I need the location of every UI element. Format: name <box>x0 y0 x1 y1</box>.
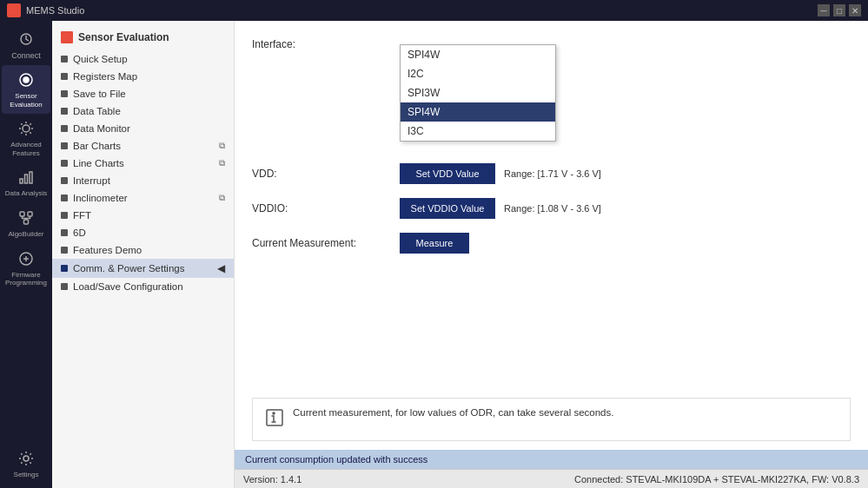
external-link-icon: ⧉ <box>219 193 225 203</box>
sidebar-item-6d[interactable]: 6D <box>52 224 234 241</box>
svg-rect-8 <box>28 212 32 216</box>
bullet-icon <box>61 73 68 80</box>
vdd-range: Range: [1.71 V - 3.6 V] <box>504 168 601 179</box>
status-bar: Current consumption updated with success <box>235 450 868 469</box>
sidebar-item-firmware-programming[interactable]: Firmware Programming <box>2 244 50 293</box>
bullet-icon <box>61 160 68 167</box>
bullet-icon <box>61 177 68 184</box>
minimize-button[interactable]: ─ <box>818 4 830 16</box>
svg-point-2 <box>23 77 29 82</box>
dropdown-option-spi3w[interactable]: SPI3W <box>401 83 555 102</box>
sidebar-item-load-save[interactable]: Load/Save Configuration <box>52 278 234 295</box>
sidebar-item-settings[interactable]: Settings <box>2 444 50 485</box>
vddio-range: Range: [1.08 V - 3.6 V] <box>504 203 601 214</box>
info-icon <box>265 408 284 432</box>
dropdown-option-spi4w-2[interactable]: SPI4W <box>401 102 555 122</box>
current-meas-label: Current Measurement: <box>252 237 391 249</box>
external-link-icon: ⧉ <box>219 141 225 151</box>
external-link-icon: ⧉ <box>219 158 225 168</box>
bottom-bar: Version: 1.4.1 Connected: STEVAL-MKI109D… <box>235 469 868 488</box>
connect-icon <box>17 30 36 49</box>
sidebar-item-registers-map[interactable]: Registers Map <box>52 68 234 85</box>
sidebar-item-save-to-file[interactable]: Save to File <box>52 85 234 102</box>
sidebar-header: Sensor Evaluation <box>52 28 234 50</box>
close-button[interactable]: ✕ <box>849 4 861 16</box>
arrow-icon: ◀ <box>217 262 225 274</box>
left-nav: Connect Sensor Evaluation Advanced Featu… <box>0 21 52 488</box>
svg-point-13 <box>273 412 275 414</box>
bullet-icon <box>61 247 68 254</box>
version-label: Version: 1.4.1 <box>243 474 301 485</box>
sidebar-item-connect[interactable]: Connect <box>2 24 50 65</box>
sidebar-item-interrupt[interactable]: Interrupt <box>52 172 234 189</box>
settings-icon <box>17 449 36 468</box>
dropdown-option-i2c[interactable]: I2C <box>401 64 555 83</box>
vdd-label: VDD: <box>252 168 391 180</box>
status-message: Current consumption updated with success <box>245 454 427 465</box>
algo-builder-icon <box>17 208 36 228</box>
vddio-row: VDDIO: Set VDDIO Value Range: [1.08 V - … <box>252 198 851 219</box>
bullet-icon <box>61 125 68 132</box>
sidebar-item-quick-setup[interactable]: Quick Setup <box>52 50 234 68</box>
sidebar-item-advanced-features[interactable]: Advanced Features <box>2 114 50 162</box>
interface-row: Interface: SPI4W I2C SPI3W SPI4W I3C ▼ <box>252 38 851 50</box>
sidebar-item-comm-power[interactable]: Comm. & Power Settings ◀ <box>52 259 234 278</box>
sidebar-header-icon <box>61 31 73 43</box>
bullet-icon <box>61 195 68 201</box>
sensor-evaluation-icon <box>17 70 36 89</box>
dropdown-option-i3c[interactable]: I3C <box>401 122 555 141</box>
current-measurement-row: Current Measurement: Measure <box>252 233 851 254</box>
bullet-icon <box>61 108 68 115</box>
bullet-icon <box>61 229 68 236</box>
sidebar-item-algo-builder[interactable]: AlgoBuilder <box>2 203 50 244</box>
sidebar-item-inclinometer[interactable]: Inclinometer ⧉ <box>52 189 234 207</box>
sidebar-item-data-analysis[interactable]: Data Analysis <box>2 162 50 203</box>
app-logo <box>7 3 21 17</box>
svg-point-11 <box>23 456 29 461</box>
sidebar-item-line-charts[interactable]: Line Charts ⧉ <box>52 155 234 172</box>
sidebar-item-bar-charts[interactable]: Bar Charts ⧉ <box>52 137 234 155</box>
svg-point-3 <box>23 125 30 132</box>
sidebar-item-data-table[interactable]: Data Table <box>52 102 234 120</box>
svg-rect-9 <box>24 220 29 224</box>
bullet-icon <box>61 283 68 290</box>
svg-rect-6 <box>30 172 32 183</box>
measure-button[interactable]: Measure <box>400 233 469 254</box>
title-bar: MEMS Studio ─ □ ✕ <box>0 0 868 21</box>
vdd-row: VDD: Set VDD Value Range: [1.71 V - 3.6 … <box>252 163 851 184</box>
sidebar-item-fft[interactable]: FFT <box>52 207 234 224</box>
bullet-icon <box>61 265 68 272</box>
main-content: Interface: SPI4W I2C SPI3W SPI4W I3C ▼ V… <box>235 21 868 488</box>
sidebar-item-features-demo[interactable]: Features Demo <box>52 241 234 259</box>
content-area: Interface: SPI4W I2C SPI3W SPI4W I3C ▼ V… <box>235 21 868 389</box>
app-title: MEMS Studio <box>26 5 84 16</box>
sidebar-item-sensor-evaluation[interactable]: Sensor Evaluation <box>2 65 50 114</box>
set-vddio-button[interactable]: Set VDDIO Value <box>400 198 495 219</box>
restore-button[interactable]: □ <box>833 4 845 16</box>
interface-label: Interface: <box>252 38 391 50</box>
interface-dropdown-open[interactable]: SPI4W I2C SPI3W SPI4W I3C <box>400 44 556 142</box>
firmware-programming-icon <box>17 249 36 268</box>
vddio-label: VDDIO: <box>252 202 391 214</box>
set-vdd-button[interactable]: Set VDD Value <box>400 163 495 184</box>
svg-rect-4 <box>20 179 23 183</box>
dropdown-option-spi4w-1[interactable]: SPI4W <box>401 45 555 64</box>
info-box: Current measurement, for low values of O… <box>252 398 851 441</box>
bullet-icon <box>61 142 68 149</box>
connection-label: Connected: STEVAL-MKI109DA + STEVAL-MKI2… <box>574 474 859 485</box>
sidebar: Sensor Evaluation Quick Setup Registers … <box>52 21 235 488</box>
info-text: Current measurement, for low values of O… <box>293 407 613 418</box>
data-analysis-icon <box>17 168 36 187</box>
svg-rect-7 <box>20 212 24 216</box>
advanced-features-icon <box>17 119 36 138</box>
sidebar-item-data-monitor[interactable]: Data Monitor <box>52 120 234 137</box>
bullet-icon <box>61 212 68 219</box>
bullet-icon <box>61 90 68 97</box>
svg-rect-5 <box>25 175 28 183</box>
bullet-icon <box>61 56 68 63</box>
